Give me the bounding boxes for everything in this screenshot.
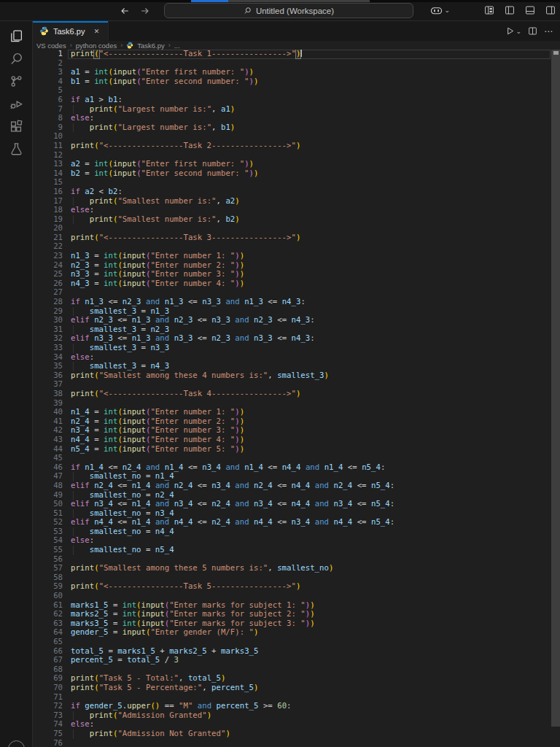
line-number: 22	[33, 242, 71, 252]
line-number: 45	[33, 454, 71, 463]
titlebar-right-controls: ⌄	[430, 2, 560, 18]
code-line[interactable]: 67percent_5 = total_5 / 3	[33, 656, 560, 665]
line-number: 44	[33, 445, 71, 454]
line-number: 73	[33, 711, 71, 721]
run-and-debug-icon[interactable]	[9, 96, 23, 111]
line-number: 64	[33, 628, 71, 638]
line-number: 69	[33, 674, 71, 684]
line-number: 58	[33, 573, 71, 583]
breadcrumb-item[interactable]: ...	[174, 42, 180, 50]
code-line[interactable]: 7 print("Largest number is:", a1)	[33, 105, 560, 115]
line-number: 18	[33, 206, 71, 215]
breadcrumb-separator: ›	[70, 42, 72, 49]
line-number: 11	[33, 142, 71, 151]
split-editor-icon[interactable]	[528, 26, 537, 36]
close-icon[interactable]: ✕	[91, 26, 101, 36]
testing-icon[interactable]	[9, 142, 23, 156]
line-number: 33	[33, 344, 71, 353]
breadcrumb-item[interactable]: Task6.py	[137, 42, 165, 50]
line-number: 39	[33, 399, 71, 409]
line-number: 40	[33, 408, 71, 417]
code-text: print("Smallest among these 4 numbers is…	[71, 371, 329, 381]
line-number: 8	[33, 114, 71, 123]
code-editor[interactable]: 1print("<----------------Task 1---------…	[33, 50, 560, 747]
account-icon[interactable]	[8, 740, 25, 747]
breadcrumb-item[interactable]: VS codes	[36, 42, 66, 50]
code-line[interactable]: 76	[33, 739, 560, 747]
line-number: 42	[33, 426, 71, 436]
code-line[interactable]: 57print("Smallest among these 5 numbers …	[33, 564, 560, 573]
breadcrumb: VS codes›python codes›Task6.py›...	[33, 41, 560, 50]
search-icon[interactable]	[9, 51, 23, 66]
extensions-icon[interactable]	[9, 119, 23, 133]
line-number: 61	[33, 601, 71, 611]
scrollbar-thumb[interactable]	[551, 50, 560, 727]
line-number: 50	[33, 500, 71, 509]
line-number: 21	[33, 233, 71, 243]
code-line[interactable]: 17 print("Smallest number is:", a2)	[33, 197, 560, 206]
line-number: 10	[33, 132, 71, 142]
command-center-search[interactable]: Untitled (Workspace)	[164, 3, 413, 18]
code-line[interactable]: 21print("<----------------Task 3--------…	[33, 233, 560, 243]
code-line[interactable]: 33 smallest_3 = n3_3	[33, 344, 560, 353]
code-line[interactable]: 73 print("Admission Granted")	[33, 711, 560, 721]
line-number: 9	[33, 123, 71, 133]
line-number: 25	[33, 270, 71, 279]
code-line[interactable]: 36print("Smallest among these 4 numbers …	[33, 371, 560, 381]
code-line[interactable]: 59print("<----------------Task 5--------…	[33, 582, 560, 592]
code-text: print("<----------------Task 2----------…	[71, 142, 300, 151]
toggle-secondary-sidebar-icon[interactable]	[545, 5, 556, 16]
overview-cursor-mark	[553, 51, 559, 55]
tab-label: Task6.py	[53, 27, 85, 36]
code-line[interactable]: 55 smallest_no = n5_4	[33, 546, 560, 555]
code-line[interactable]: 75 print("Admission Not Granted")	[33, 729, 560, 739]
tab-bar: Task6.py ✕ ⌄ ⋯	[33, 21, 560, 41]
scrollbar[interactable]	[551, 50, 560, 747]
code-line[interactable]: 1print("<----------------Task 1---------…	[33, 50, 560, 59]
layout-controls	[483, 5, 560, 16]
editor-actions: ⌄ ⋯	[505, 21, 560, 41]
top-strip-gray-segment	[228, 0, 370, 2]
run-chevron-icon[interactable]: ⌄	[516, 28, 521, 35]
code-text: b1 = int(input("Enter second number: "))	[71, 77, 258, 87]
code-line[interactable]: 11print("<----------------Task 2--------…	[33, 142, 560, 151]
toggle-panel-icon[interactable]	[524, 5, 535, 16]
code-line[interactable]: 53 smallest_no = n4_4	[33, 527, 560, 537]
customize-layout-icon[interactable]	[483, 5, 494, 16]
tab-task6py[interactable]: Task6.py ✕	[33, 21, 109, 41]
code-line[interactable]: 70print("Task 5 - Percentage:", percent_…	[33, 684, 560, 693]
source-control-icon[interactable]	[9, 74, 23, 88]
copilot-button[interactable]: ⌄	[430, 5, 450, 16]
code-line[interactable]: 4b1 = int(input("Enter second number: ")…	[33, 77, 560, 87]
more-actions-icon[interactable]: ⋯	[544, 26, 553, 36]
copilot-icon	[430, 5, 443, 16]
line-number: 63	[33, 619, 71, 629]
code-line[interactable]: 19 print("Smallest number is:", b2)	[33, 215, 560, 225]
breadcrumb-separator: ›	[120, 42, 122, 49]
line-number: 41	[33, 417, 71, 427]
line-number: 3	[33, 68, 71, 77]
line-number: 51	[33, 509, 71, 519]
code-line[interactable]: 9 print("Largest number is:", b1)	[33, 123, 560, 133]
line-number: 27	[33, 288, 71, 298]
code-text: percent_5 = total_5 / 3	[71, 656, 179, 665]
run-button[interactable]: ⌄	[505, 26, 521, 36]
python-icon	[126, 42, 133, 49]
breadcrumb-item[interactable]: python codes	[76, 42, 117, 50]
code-line[interactable]: 38print("<----------------Task 4--------…	[33, 390, 560, 399]
code-line[interactable]: 14b2 = int(input("Enter second number: "…	[33, 169, 560, 179]
activity-bar	[0, 21, 33, 747]
toggle-primary-sidebar-icon[interactable]	[504, 5, 515, 16]
code-text: print("<----------------Task 4----------…	[71, 390, 300, 399]
code-line[interactable]: 26n4_3 = int(input("Enter number 4: "))	[33, 279, 560, 289]
line-number: 68	[33, 665, 71, 675]
code-line[interactable]: 44n5_4 = int(input("Enter number 5: "))	[33, 445, 560, 454]
back-icon[interactable]	[118, 4, 131, 18]
line-number: 74	[33, 720, 71, 729]
forward-icon[interactable]	[139, 4, 152, 18]
code-line[interactable]: 64gender_5 = input("Enter gender (M/F): …	[33, 628, 560, 638]
line-number: 19	[33, 215, 71, 225]
line-number: 60	[33, 592, 71, 601]
explorer-icon[interactable]	[9, 28, 23, 43]
code-text: n4_3 = int(input("Enter number 4: "))	[71, 279, 244, 289]
